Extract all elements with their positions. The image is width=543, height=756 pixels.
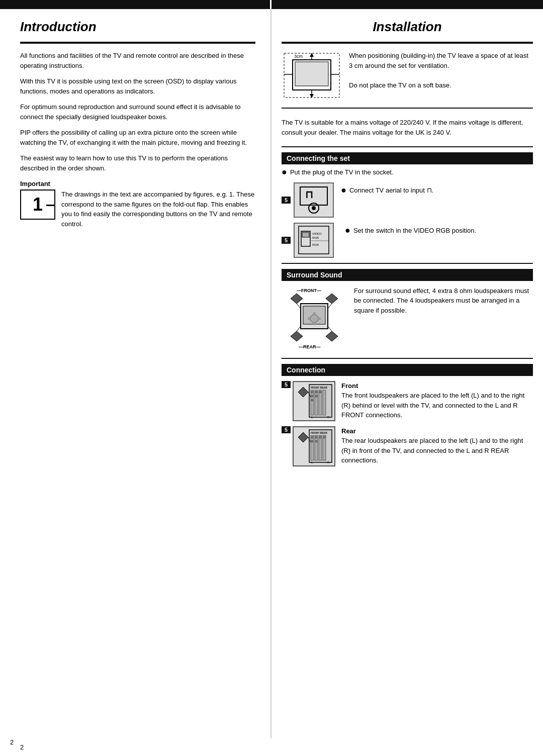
- surround-header: Surround Sound: [282, 269, 533, 281]
- aerial-diagrams: 5 ⊓: [282, 182, 334, 218]
- switch-step-text: ● Set the switch in the VIDEO RGB positi…: [345, 226, 476, 236]
- svg-text:RGB: RGB: [312, 243, 319, 246]
- switch-diagram-container: 5 VIDEO RGB RGB: [282, 223, 334, 258]
- svg-point-65: [319, 436, 321, 438]
- connecting-header: Connecting the set: [282, 152, 533, 164]
- bullet-1: ●: [282, 167, 287, 176]
- voltage-text: The TV is suitable for a mains voltage o…: [282, 118, 533, 137]
- aerial-text: Connect TV aerial to input ⊓.: [349, 185, 433, 196]
- svg-point-62: [311, 440, 313, 442]
- front-connection-item: 5 FRONT REAR: [282, 381, 533, 421]
- front-conn-diagram: FRONT REAR: [293, 381, 335, 421]
- svg-rect-60: [323, 435, 326, 460]
- svg-point-50: [319, 391, 321, 393]
- figure-line: [46, 205, 55, 206]
- installation-column: Installation 3cm: [272, 9, 543, 738]
- important-text: The drawings in the text are accompanied…: [61, 190, 255, 229]
- svg-rect-58: [315, 435, 318, 460]
- intro-para-2: With this TV it is possible using text o…: [20, 76, 255, 96]
- svg-text:3cm: 3cm: [294, 54, 303, 59]
- front-text: The front loudspeakers are placed to the…: [341, 392, 524, 419]
- intro-divider: [20, 42, 255, 44]
- svg-point-29: [308, 317, 311, 320]
- intro-para-4: PIP offers the possibility of calling up…: [20, 128, 255, 147]
- num-badge-5-switch: 5: [282, 237, 291, 244]
- bullet-3: ●: [345, 226, 350, 235]
- svg-line-36: [328, 326, 332, 331]
- voltage-section: The TV is suitable for a mains voltage o…: [282, 114, 533, 141]
- svg-marker-54: [298, 432, 308, 442]
- ventilation-text: When positioning (building-in) the TV le…: [349, 51, 533, 90]
- intro-para-5: The easiest way to learn how to use this…: [20, 153, 255, 173]
- intro-column: Introduction All functions and facilitie…: [0, 9, 272, 738]
- aerial-svg: ⊓: [296, 185, 331, 215]
- installation-title: Installation: [282, 19, 533, 35]
- surround-section: —FRONT—: [282, 286, 533, 353]
- surround-text: For surround sound effect, 4 extra 8 ohm…: [354, 286, 533, 316]
- svg-text:—FRONT—: —FRONT—: [297, 288, 321, 293]
- svg-text:R: R: [327, 461, 330, 464]
- intro-para-1: All functions and facilities of the TV a…: [20, 51, 255, 70]
- svg-rect-42: [315, 390, 318, 415]
- front-conn-svg: FRONT REAR: [294, 382, 334, 420]
- header-bar-right: [272, 0, 543, 9]
- aerial-connector-diagram: ⊓: [294, 182, 334, 218]
- svg-point-47: [311, 399, 313, 401]
- figure-box: 1: [20, 190, 55, 220]
- page-number-bottom: 2: [0, 738, 543, 756]
- svg-point-61: [311, 436, 313, 438]
- connection-header: Connection: [282, 364, 533, 376]
- rear-conn-diagram-wrap: 5 FRONT REAR: [282, 426, 335, 466]
- svg-point-49: [315, 395, 317, 397]
- svg-text:—REAR—: —REAR—: [299, 344, 321, 349]
- tv-ventilation-diagram: 3cm: [282, 51, 342, 103]
- svg-marker-31: [291, 331, 303, 341]
- num-badge-5-aerial: 5: [282, 197, 291, 204]
- front-conn-text: Front The front loudspeakers are placed …: [341, 381, 533, 420]
- vent-text-2: Do not place the TV on a soft base.: [349, 80, 533, 90]
- divider-1: [282, 108, 533, 109]
- ventilation-section: 3cm When positioning (building-in) the T…: [282, 51, 533, 103]
- front-label: Front: [341, 382, 358, 390]
- svg-point-28: [313, 322, 316, 325]
- svg-text:RGB: RGB: [312, 236, 319, 239]
- svg-text:⊓: ⊓: [305, 189, 313, 200]
- svg-point-45: [311, 391, 313, 393]
- aerial-section: 5 ⊓: [282, 182, 533, 218]
- svg-text:R: R: [327, 416, 330, 419]
- divider-2: [282, 146, 533, 147]
- connect-step1: ● Put the plug of the TV in the socket.: [282, 167, 533, 177]
- svg-point-13: [312, 206, 316, 210]
- svg-point-63: [315, 436, 317, 438]
- rear-connection-item: 5 FRONT REAR: [282, 426, 533, 466]
- svg-line-34: [328, 304, 332, 309]
- svg-marker-22: [291, 294, 303, 304]
- svg-rect-43: [319, 390, 322, 415]
- svg-text:FRONT REAR: FRONT REAR: [311, 431, 327, 434]
- switch-section: 5 VIDEO RGB RGB: [282, 223, 533, 258]
- divider-3: [282, 263, 533, 264]
- connect-step1-text: Put the plug of the TV in the socket.: [290, 167, 394, 177]
- svg-rect-16: [302, 232, 309, 237]
- switch-diagram: VIDEO RGB RGB: [294, 223, 334, 258]
- svg-rect-59: [319, 435, 322, 460]
- header-bar-left: [0, 0, 272, 9]
- page-number: 2: [10, 738, 14, 746]
- svg-rect-41: [311, 390, 314, 415]
- svg-line-35: [297, 326, 301, 331]
- aerial-diagram-container: 5 ⊓: [282, 182, 334, 218]
- aerial-step-text: ● Connect TV aerial to input ⊓.: [341, 185, 433, 196]
- svg-line-33: [297, 304, 301, 309]
- switch-text: Set the switch in the VIDEO RGB position…: [353, 226, 476, 236]
- svg-marker-23: [326, 294, 338, 304]
- svg-marker-32: [326, 331, 338, 341]
- page-num-text: 2: [20, 743, 24, 751]
- svg-text:VIDEO: VIDEO: [312, 232, 322, 235]
- surround-svg: —FRONT—: [282, 286, 347, 351]
- intro-para-3: For optimum sound reproduction and surro…: [20, 102, 255, 122]
- rear-label: Rear: [341, 427, 356, 435]
- surround-desc: For surround sound effect, 4 extra 8 ohm…: [354, 286, 533, 316]
- svg-point-46: [311, 395, 313, 397]
- svg-point-66: [323, 436, 325, 438]
- front-conn-diagram-wrap: 5 FRONT REAR: [282, 381, 335, 421]
